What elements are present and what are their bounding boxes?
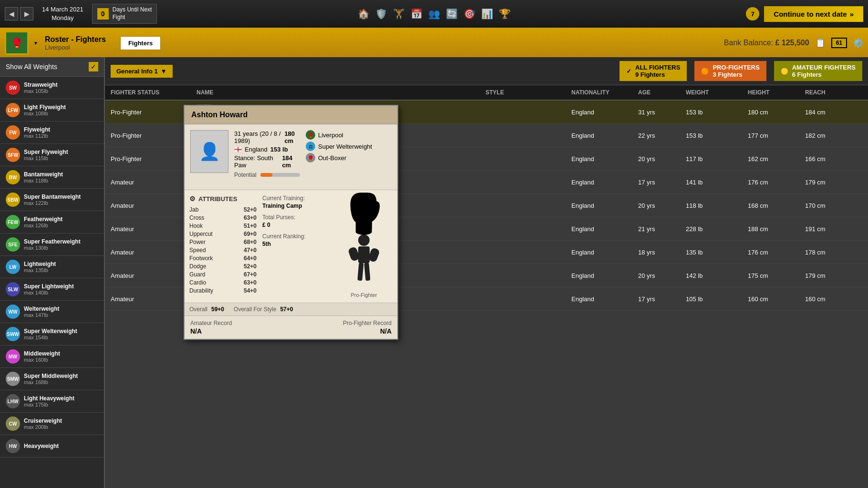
popup-height: 180 cm [284, 130, 300, 144]
bank-balance-value: £ 125,500 [775, 39, 809, 47]
attr-row: Cardio 63+0 [189, 279, 257, 286]
calendar-icon-btn[interactable]: 📋 [815, 38, 826, 48]
sidebar-weight-item[interactable]: LHW Light Heavyweight max 175lb [0, 390, 104, 413]
continue-label: Continue to next date [774, 10, 847, 18]
attr-header: ⚙ ATTRIBUTES [189, 195, 257, 203]
overall-style-label: Overall For Style [234, 306, 276, 313]
weight-info: Middleweight max 160lb [24, 350, 98, 363]
shield-icon[interactable]: 🛡️ [375, 8, 387, 20]
attr-row: Hook 51+0 [189, 223, 257, 229]
weight-info: Strawweight max 105lb [24, 81, 98, 94]
roster-label: Roster - Fighters [45, 35, 106, 44]
notification-count: 7 [751, 10, 754, 18]
popup-style-item: 🥊 Out-Boxer [306, 153, 392, 163]
sidebar-weight-item[interactable]: SFE Super Featherweight max 130lb [0, 234, 104, 256]
sidebar-weight-item[interactable]: SLW Super Lightweight max 140lb [0, 278, 104, 301]
sidebar-weight-item[interactable]: SFW Super Flyweight max 115lb [0, 144, 104, 166]
weight-info: Bantamweight max 118lb [24, 171, 98, 183]
weight-info: Featherweight max 126lb [24, 216, 98, 228]
weight-circle: SBW [6, 193, 20, 207]
td-nationality: England [571, 295, 638, 303]
attr-name: Speed [189, 247, 206, 254]
fighter-silhouette: 🥊 Pro-Fighter [335, 195, 393, 298]
weight-info: Super Lightweight max 140lb [24, 283, 98, 295]
dropdown-arrow-icon: ▼ [161, 68, 167, 75]
amateur-record-label: Amateur Record [190, 320, 232, 326]
boxer-silhouette [340, 233, 388, 290]
sidebar-weight-item[interactable]: LW Lightweight max 135lb [0, 256, 104, 278]
potential-label: Potential [234, 172, 257, 178]
notification-badge[interactable]: 7 [746, 7, 759, 20]
sidebar-weight-item[interactable]: LFW Light Flyweight max 108lb [0, 99, 104, 122]
continue-button[interactable]: Continue to next date » [764, 6, 863, 22]
td-age: 20 yrs [638, 202, 686, 209]
weight-name: Middleweight [24, 350, 98, 357]
filter-dropdown[interactable]: General Info 1 ▼ [111, 65, 173, 78]
fighters-icon[interactable]: 👥 [428, 8, 440, 20]
weight-name: Super Middleweight [24, 373, 98, 379]
attr-name: Footwork [189, 255, 213, 262]
td-nationality: England [571, 249, 638, 256]
sidebar-weight-item[interactable]: WW Welterweight max 147lb [0, 301, 104, 323]
sidebar-weight-item[interactable]: SMW Super Middleweight max 168lb [0, 368, 104, 390]
td-nationality: England [571, 155, 638, 163]
home-icon[interactable]: 🏠 [358, 8, 370, 20]
message-badge[interactable]: 61 [831, 38, 847, 48]
td-age: 20 yrs [638, 155, 686, 163]
attr-value: 52+0 [244, 263, 257, 270]
popup-nationality-row: 🏴󠁧󠁢󠁥󠁮󠁧󠁿 England 153 lb [234, 146, 300, 153]
td-nationality: England [571, 179, 638, 186]
show-all-weights-toggle[interactable]: Show All Weights ✓ [0, 57, 104, 77]
badge-pro-fighters[interactable]: 🟠 PRO-FIGHTERS 3 Fighters [694, 61, 766, 81]
attr-name: Hook [189, 223, 203, 229]
tab-fighters[interactable]: Fighters [120, 36, 161, 50]
transfer-icon[interactable]: 🔄 [446, 8, 458, 20]
sidebar-weight-item[interactable]: FW Flyweight max 112lb [0, 122, 104, 144]
sidebar-weight-item[interactable]: SW Strawweight max 105lb [0, 77, 104, 99]
show-all-label: Show All Weights [6, 63, 85, 71]
sidebar-weight-item[interactable]: CW Cruiserweight max 200lb [0, 413, 104, 435]
td-reach: 179 cm [805, 272, 862, 279]
sidebar-weight-item[interactable]: HW Heavyweight [0, 435, 104, 458]
fighter-popup[interactable]: Ashton Howard 👤 31 years (20 / 8 / 1989)… [184, 105, 398, 340]
weight-max: max 126lb [24, 223, 98, 228]
sidebar-weight-item[interactable]: FEW Featherweight max 126lb [0, 211, 104, 234]
pro-fighters-label: PRO-FIGHTERS [713, 64, 759, 71]
team-logo[interactable]: 🥊 [5, 31, 29, 55]
badge-all-icon: ✓ [626, 68, 631, 75]
weight-name: Cruiserweight [24, 417, 98, 424]
expand-icon[interactable]: ▼ [33, 41, 38, 46]
stats-icon[interactable]: 📊 [481, 8, 493, 20]
popup-stance: Stance: South Paw [234, 154, 279, 169]
nav-forward-button[interactable]: ▶ [20, 7, 33, 20]
weight-circle: SWW [6, 327, 20, 341]
sidebar-weight-item[interactable]: BW Bantamweight max 118lb [0, 166, 104, 189]
target-icon[interactable]: 🎯 [464, 8, 475, 20]
calendar-icon[interactable]: 📅 [411, 8, 423, 20]
weight-info: Light Heavyweight max 175lb [24, 395, 98, 407]
purse-value: £ 0 [262, 222, 330, 228]
weight-class-icon: ⚖ [306, 142, 315, 151]
settings-icon[interactable]: ⚙️ [853, 38, 863, 48]
sidebar-weight-item[interactable]: SBW Super Bantamweight max 122lb [0, 189, 104, 211]
badge-all-fighters[interactable]: ✓ ALL FIGHTERS 9 Fighters [620, 61, 687, 81]
show-all-checkbox[interactable]: ✓ [89, 62, 98, 71]
trophy-icon[interactable]: 🏆 [499, 8, 511, 20]
weight-info: Lightweight max 135lb [24, 261, 98, 273]
weight-name: Super Welterweight [24, 328, 98, 335]
weight-circle: CW [6, 417, 20, 431]
nav-back-button[interactable]: ◀ [5, 7, 18, 20]
sidebar-weight-item[interactable]: MW Middleweight max 160lb [0, 346, 104, 368]
training-label: Current Training: [262, 195, 330, 202]
popup-stance-row: Stance: South Paw 184 cm [234, 154, 300, 169]
weight-info: Welterweight max 147lb [24, 305, 98, 318]
sidebar-weight-item[interactable]: SWW Super Welterweight max 154lb [0, 323, 104, 346]
popup-records: Amateur Record N/A Pro-Fighter Record N/… [185, 315, 397, 339]
td-weight: 141 lb [686, 179, 748, 186]
dumbbell-icon[interactable]: 🏋️ [393, 8, 405, 20]
weight-circle: SMW [6, 372, 20, 386]
flag-icon: 🏴󠁧󠁢󠁥󠁮󠁧󠁿 [234, 146, 242, 153]
badge-amateur-fighters[interactable]: 🟡 AMATEUR FIGHTERS 6 Fighters [774, 61, 862, 81]
table-header: FIGHTER STATUS NAME STYLE NATIONALITY AG… [105, 85, 868, 101]
weight-circle: SFW [6, 148, 20, 162]
